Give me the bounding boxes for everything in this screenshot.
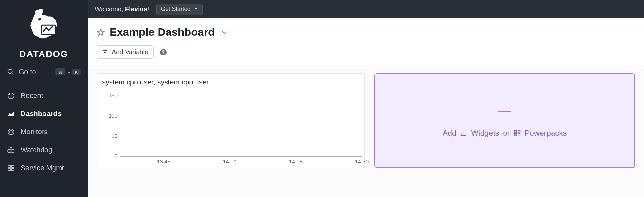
get-started-button[interactable]: Get Started: [156, 4, 203, 15]
dz-or: or: [503, 129, 510, 138]
dashboard-icon: [7, 110, 15, 118]
dz-powerpacks: Powerpacks: [525, 129, 567, 138]
sidebar-item-monitors[interactable]: Monitors: [0, 123, 88, 141]
help-icon[interactable]: [159, 48, 167, 56]
binoculars-icon: [7, 146, 15, 154]
svg-line-3: [12, 73, 14, 75]
service-mgmt-icon: [7, 164, 15, 172]
svg-rect-34: [518, 134, 520, 136]
dropzone-text: Add Widgets or Powerpacks: [443, 129, 567, 138]
svg-point-11: [8, 149, 11, 153]
svg-rect-17: [11, 169, 14, 171]
goto-label: Go to...: [19, 68, 55, 76]
chevron-down-icon[interactable]: [221, 30, 227, 34]
sidebar-item-service-mgmt[interactable]: Service Mgmt: [0, 159, 88, 177]
sidebar-item-dashboards[interactable]: Dashboards: [0, 105, 88, 123]
svg-point-6: [10, 131, 12, 133]
welcome-suffix: !: [147, 5, 149, 13]
welcome-message: Welcome, Flavius!: [95, 5, 149, 13]
svg-point-12: [11, 149, 14, 153]
svg-point-2: [8, 69, 12, 74]
sidebar-item-recent[interactable]: Recent: [0, 87, 88, 105]
chart-title: system.cpu.user, system.cpu.user: [97, 74, 364, 89]
svg-point-23: [163, 53, 164, 54]
svg-point-5: [8, 129, 14, 135]
svg-marker-18: [97, 29, 104, 35]
chart-svg: [120, 92, 362, 157]
y-tick: 150: [109, 93, 118, 99]
search-icon: [7, 68, 14, 75]
svg-rect-14: [8, 165, 11, 167]
x-tick: 14:00: [223, 159, 237, 165]
datadog-logo-icon: [23, 6, 65, 48]
chevron-down-icon: [194, 8, 198, 10]
kbd-cmd: ⌘: [55, 68, 65, 75]
topbar: Welcome, Flavius! Get Started: [88, 0, 644, 18]
powerpack-icon: [514, 130, 521, 137]
y-tick: 50: [111, 133, 118, 140]
sidebar-item-label: Dashboards: [21, 110, 62, 118]
svg-rect-4: [8, 116, 14, 116]
y-tick: 100: [109, 113, 118, 119]
plus-icon: [497, 103, 513, 119]
add-variable-button[interactable]: Add Variable: [97, 45, 154, 59]
welcome-name: Flavius: [125, 5, 147, 13]
titlebar: Example Dashboard Add Variable: [88, 18, 644, 65]
brand-name: DATADOG: [19, 49, 68, 59]
kbd-k: K: [72, 69, 81, 75]
goto-search[interactable]: Go to... ⌘ + K: [0, 65, 88, 82]
chart-area: 05010015013:4514:0014:1514:30: [97, 89, 364, 168]
x-tick: 14:30: [355, 159, 369, 165]
dz-add: Add: [443, 129, 457, 138]
filter-icon: [102, 49, 108, 55]
svg-rect-15: [11, 165, 14, 167]
dz-widgets: Widgets: [471, 129, 499, 138]
svg-rect-33: [514, 134, 516, 136]
sidebar-nav: Recent Dashboards Monitors Watchdog: [0, 82, 88, 177]
goto-shortcut: ⌘ + K: [55, 68, 81, 75]
dashboard-content: system.cpu.user, system.cpu.user 0501001…: [88, 65, 644, 197]
add-variable-label: Add Variable: [112, 48, 148, 56]
chart-plot: [120, 92, 362, 157]
sidebar-item-label: Monitors: [21, 128, 48, 136]
x-tick: 14:15: [289, 159, 303, 165]
monitors-icon: [7, 128, 15, 136]
svg-rect-16: [8, 169, 11, 171]
variable-row: Add Variable: [97, 45, 635, 59]
page-title: Example Dashboard: [110, 26, 215, 38]
kbd-plus: +: [67, 69, 70, 75]
star-icon[interactable]: [97, 28, 105, 36]
sidebar-item-label: Watchdog: [21, 146, 52, 154]
main: Welcome, Flavius! Get Started Example Da…: [88, 0, 644, 197]
y-tick: 0: [115, 153, 118, 160]
title-row: Example Dashboard: [97, 26, 635, 38]
sidebar-item-label: Service Mgmt: [21, 164, 64, 172]
svg-rect-31: [514, 131, 516, 133]
sidebar-item-watchdog[interactable]: Watchdog: [0, 141, 88, 159]
bar-chart-icon: [460, 130, 467, 137]
svg-point-0: [38, 18, 41, 21]
history-icon: [7, 92, 15, 100]
sidebar: DATADOG Go to... ⌘ + K Recent: [0, 0, 88, 197]
welcome-prefix: Welcome,: [95, 5, 125, 13]
brand-logo[interactable]: DATADOG: [0, 0, 88, 65]
get-started-label: Get Started: [161, 6, 191, 13]
svg-rect-32: [518, 131, 520, 133]
sidebar-item-label: Recent: [21, 92, 43, 100]
add-widget-dropzone[interactable]: Add Widgets or Powerpacks: [374, 73, 635, 168]
chart-widget[interactable]: system.cpu.user, system.cpu.user 0501001…: [97, 73, 365, 168]
x-tick: 13:45: [157, 159, 171, 165]
